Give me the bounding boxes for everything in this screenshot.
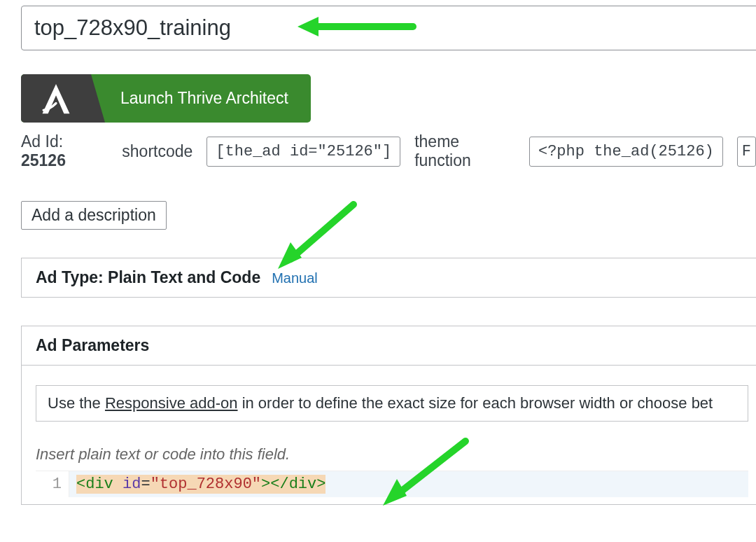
add-description-button[interactable]: Add a description <box>21 201 167 230</box>
theme-function-label: theme function <box>414 132 515 170</box>
shortcode-label: shortcode <box>122 142 192 161</box>
code-editor[interactable]: 1 <div id="top_728x90"></div> <box>36 471 748 497</box>
svg-line-2 <box>290 204 354 259</box>
trailing-code[interactable]: F <box>737 137 756 167</box>
responsive-notice: Use the Responsive add-on in order to de… <box>36 385 748 422</box>
theme-function-code[interactable]: <?php the_ad(25126) <box>529 137 723 167</box>
title-input[interactable] <box>21 6 756 50</box>
code-hint-text: Insert plain text or code into this fiel… <box>36 445 748 464</box>
responsive-addon-link[interactable]: Responsive add-on <box>105 394 238 412</box>
ad-parameters-title: Ad Parameters <box>36 336 149 355</box>
code-line-1[interactable]: <div id="top_728x90"></div> <box>69 471 748 497</box>
shortcode-code[interactable]: [the_ad id="25126"] <box>206 137 400 167</box>
code-gutter: 1 <box>36 471 69 497</box>
manual-link[interactable]: Manual <box>272 270 318 286</box>
ad-type-panel: Ad Type: Plain Text and Code Manual <box>21 258 756 298</box>
thrive-logo-icon <box>21 74 91 123</box>
ad-meta-row: Ad Id: 25126 shortcode [the_ad id="25126… <box>21 132 756 170</box>
ad-type-title: Ad Type: Plain Text and Code <box>36 268 260 287</box>
ad-parameters-panel: Ad Parameters Use the Responsive add-on … <box>21 326 756 505</box>
launch-thrive-architect-label: Launch Thrive Architect <box>91 89 311 108</box>
ad-id-label: Ad Id: 25126 <box>21 132 108 170</box>
launch-thrive-architect-button[interactable]: Launch Thrive Architect <box>21 74 311 123</box>
